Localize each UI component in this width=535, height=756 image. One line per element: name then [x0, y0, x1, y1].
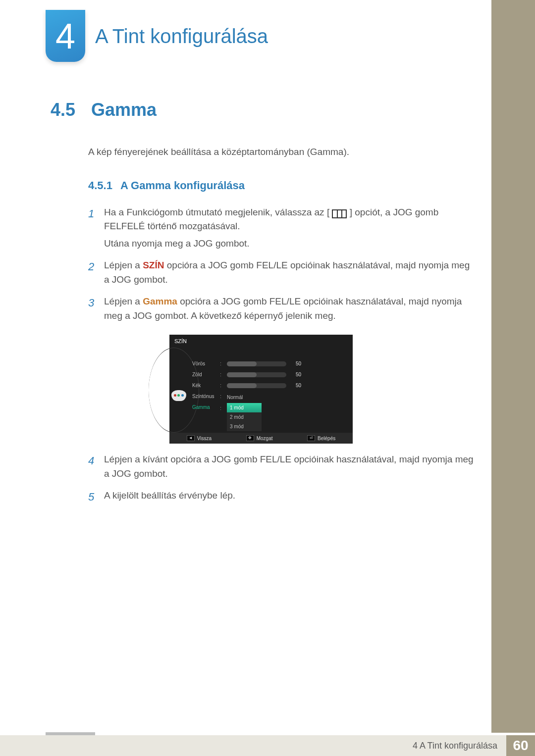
osd-slider-green: : 50: [220, 369, 348, 380]
osd-gamma-opt3: 3 mód: [227, 422, 262, 431]
back-key-icon: ◄: [187, 435, 195, 441]
step-text: Lépjen a Gamma opcióra a JOG gomb FEL/LE…: [104, 295, 476, 326]
osd-footer-move: Mozgat: [257, 435, 273, 442]
subsection-title: A Gamma konfigurálása: [120, 179, 245, 192]
section-number: 4.5: [51, 100, 75, 120]
step-5: 5 A kijelölt beállítás érvénybe lép.: [88, 489, 476, 506]
step-2: 2 Lépjen a SZÍN opcióra a JOG gomb FEL/L…: [88, 258, 476, 290]
step-number: 4: [88, 453, 97, 484]
step-1: 1 Ha a Funkciógomb útmutató megjelenik, …: [88, 205, 476, 254]
osd-footer-enter: Belépés: [318, 435, 335, 442]
step1-part-c: Utána nyomja meg a JOG gombot.: [104, 237, 476, 251]
osd-left-pane: Vörös Zöld Kék Színtónus Gamma: [169, 353, 220, 431]
osd-footer: ◄Vissza ✥Mozgat ⏎Belépés: [169, 433, 353, 444]
osd-right-pane: : 50 : 50 : 50 : Normál: [220, 353, 353, 431]
osd-value-blue: 50: [290, 382, 301, 389]
osd-label-red: Vörös: [192, 358, 214, 369]
osd-row-tone: : Normál: [220, 391, 348, 402]
step-text: A kijelölt beállítás érvénybe lép.: [104, 489, 235, 506]
subsection-number: 4.5.1: [88, 179, 112, 192]
step-number: 3: [88, 295, 97, 326]
osd-label-green: Zöld: [192, 369, 214, 380]
step-number: 2: [88, 258, 97, 290]
content-area: 4.5Gamma A kép fényerejének beállítása a…: [51, 97, 476, 511]
section-heading: 4.5Gamma: [51, 97, 476, 123]
chapter-header: 4 A Tint konfigurálása: [46, 10, 268, 62]
osd-gamma-options: 1 mód 2 mód 3 mód: [227, 403, 262, 431]
step-text: Lépjen a kívánt opcióra a JOG gomb FEL/L…: [104, 453, 476, 484]
osd-value-green: 50: [290, 371, 301, 378]
step-number: 5: [88, 489, 97, 506]
step2-part-a: Lépjen a: [104, 260, 143, 270]
osd-screenshot: SZÍN Vörös Zöld Kék Színtónus Gamma :: [169, 335, 353, 444]
section-intro: A kép fényerejének beállítása a középtar…: [88, 145, 476, 159]
footer-bar: 4 A Tint konfigurálása 60: [0, 735, 535, 756]
osd-label-gamma: Gamma: [192, 402, 214, 413]
osd-title: SZÍN: [169, 335, 353, 353]
step5-text: A kijelölt beállítás érvénybe lép.: [104, 489, 235, 503]
osd-label-tone: Színtónus: [192, 391, 214, 402]
menu-icon: [332, 209, 347, 218]
move-key-icon: ✥: [246, 435, 254, 441]
osd-row-gamma: : 1 mód 2 mód 3 mód: [220, 402, 348, 431]
step-text: Lépjen a SZÍN opcióra a JOG gomb FEL/LE …: [104, 258, 476, 290]
right-sidebar-band: [491, 0, 535, 733]
osd-footer-back: Vissza: [197, 435, 212, 442]
step-number: 1: [88, 205, 97, 254]
osd-gamma-opt1: 1 mód: [227, 403, 262, 412]
palette-icon: [171, 390, 186, 401]
osd-slider-red: : 50: [220, 358, 348, 369]
osd-value-tone: Normál: [227, 392, 243, 401]
page-number: 60: [506, 735, 535, 756]
step-text: Ha a Funkciógomb útmutató megjelenik, vá…: [104, 205, 476, 254]
step-3: 3 Lépjen a Gamma opcióra a JOG gomb FEL/…: [88, 295, 476, 326]
osd-gamma-opt2: 2 mód: [227, 412, 262, 422]
szin-highlight: SZÍN: [143, 260, 164, 270]
osd-menu-labels: Vörös Zöld Kék Színtónus Gamma: [192, 358, 214, 413]
subsection-heading: 4.5.1A Gamma konfigurálása: [88, 177, 476, 194]
step3-part-a: Lépjen a: [104, 296, 143, 306]
step-4: 4 Lépjen a kívánt opcióra a JOG gomb FEL…: [88, 453, 476, 484]
step1-part-a: Ha a Funkciógomb útmutató megjelenik, vá…: [104, 207, 329, 217]
osd-value-red: 50: [290, 360, 301, 367]
chapter-title: A Tint konfigurálása: [95, 21, 268, 51]
chapter-number-badge: 4: [46, 10, 85, 62]
gamma-highlight: Gamma: [143, 296, 177, 306]
osd-label-blue: Kék: [192, 380, 214, 391]
enter-key-icon: ⏎: [307, 435, 315, 441]
osd-arc-decoration: [149, 348, 199, 433]
osd-slider-blue: : 50: [220, 380, 348, 391]
step4-text: Lépjen a kívánt opcióra a JOG gomb FEL/L…: [104, 453, 476, 481]
section-title: Gamma: [91, 100, 157, 120]
footer-label: 4 A Tint konfigurálása: [413, 739, 497, 753]
